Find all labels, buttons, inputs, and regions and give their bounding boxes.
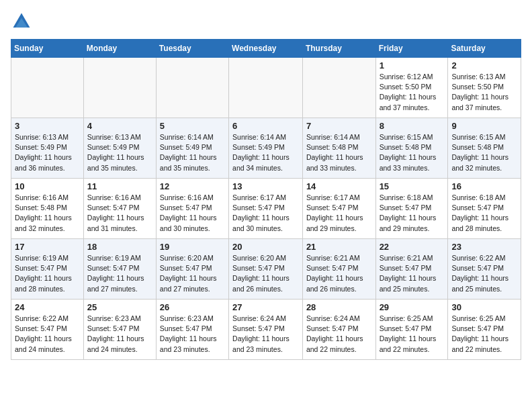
cell-info: Sunrise: 6:23 AMSunset: 5:47 PMDaylight:… — [87, 314, 152, 355]
cell-day-number: 17 — [15, 242, 80, 252]
weekday-header-wednesday: Wednesday — [229, 40, 303, 58]
cell-day-number: 25 — [87, 302, 152, 312]
weekday-header-monday: Monday — [83, 40, 156, 58]
cell-info: Sunrise: 6:18 AMSunset: 5:47 PMDaylight:… — [380, 193, 445, 234]
cell-day-number: 5 — [160, 121, 225, 131]
cell-day-number: 30 — [451, 302, 517, 312]
weekday-header-friday: Friday — [375, 40, 448, 58]
calendar-week-row: 24Sunrise: 6:22 AMSunset: 5:47 PMDayligh… — [11, 300, 521, 360]
cell-info: Sunrise: 6:14 AMSunset: 5:48 PMDaylight:… — [306, 132, 372, 173]
cell-info: Sunrise: 6:14 AMSunset: 5:49 PMDaylight:… — [232, 132, 299, 173]
calendar-cell: 22Sunrise: 6:21 AMSunset: 5:47 PMDayligh… — [375, 239, 448, 300]
cell-day-number: 13 — [232, 181, 299, 191]
cell-day-number: 4 — [87, 121, 152, 131]
calendar-cell: 19Sunrise: 6:20 AMSunset: 5:47 PMDayligh… — [156, 239, 228, 300]
cell-day-number: 7 — [306, 121, 372, 131]
cell-info: Sunrise: 6:21 AMSunset: 5:47 PMDaylight:… — [306, 253, 372, 294]
calendar-cell: 12Sunrise: 6:16 AMSunset: 5:47 PMDayligh… — [156, 179, 228, 239]
page: SundayMondayTuesdayWednesdayThursdayFrid… — [0, 0, 532, 367]
weekday-header-thursday: Thursday — [302, 40, 375, 58]
calendar-cell: 23Sunrise: 6:22 AMSunset: 5:47 PMDayligh… — [448, 239, 521, 300]
cell-day-number: 10 — [15, 181, 80, 191]
cell-info: Sunrise: 6:22 AMSunset: 5:47 PMDaylight:… — [15, 314, 80, 355]
calendar-cell: 2Sunrise: 6:13 AMSunset: 5:50 PMDaylight… — [448, 58, 521, 118]
cell-day-number: 18 — [87, 242, 152, 252]
calendar-week-row: 1Sunrise: 6:12 AMSunset: 5:50 PMDaylight… — [11, 58, 521, 118]
cell-info: Sunrise: 6:17 AMSunset: 5:47 PMDaylight:… — [232, 193, 299, 234]
cell-day-number: 11 — [87, 181, 152, 191]
cell-day-number: 26 — [160, 302, 225, 312]
weekday-header-saturday: Saturday — [448, 40, 521, 58]
cell-day-number: 24 — [15, 302, 80, 312]
cell-info: Sunrise: 6:20 AMSunset: 5:47 PMDaylight:… — [232, 253, 299, 294]
cell-info: Sunrise: 6:24 AMSunset: 5:47 PMDaylight:… — [306, 314, 372, 355]
calendar-cell: 10Sunrise: 6:16 AMSunset: 5:48 PMDayligh… — [11, 179, 84, 239]
calendar-week-row: 10Sunrise: 6:16 AMSunset: 5:48 PMDayligh… — [11, 179, 521, 239]
calendar-cell: 26Sunrise: 6:23 AMSunset: 5:47 PMDayligh… — [156, 300, 228, 360]
calendar-cell: 13Sunrise: 6:17 AMSunset: 5:47 PMDayligh… — [229, 179, 303, 239]
cell-info: Sunrise: 6:13 AMSunset: 5:50 PMDaylight:… — [451, 72, 517, 113]
cell-day-number: 23 — [451, 242, 517, 252]
cell-day-number: 19 — [160, 242, 225, 252]
weekday-header-sunday: Sunday — [11, 40, 84, 58]
cell-info: Sunrise: 6:16 AMSunset: 5:47 PMDaylight:… — [160, 193, 225, 234]
calendar-cell: 14Sunrise: 6:17 AMSunset: 5:47 PMDayligh… — [302, 179, 375, 239]
cell-info: Sunrise: 6:23 AMSunset: 5:47 PMDaylight:… — [160, 314, 225, 355]
cell-day-number: 20 — [232, 242, 299, 252]
cell-info: Sunrise: 6:19 AMSunset: 5:47 PMDaylight:… — [15, 253, 80, 294]
calendar-cell — [11, 58, 84, 118]
calendar-cell: 7Sunrise: 6:14 AMSunset: 5:48 PMDaylight… — [302, 118, 375, 179]
weekday-header-tuesday: Tuesday — [156, 40, 228, 58]
calendar-cell: 28Sunrise: 6:24 AMSunset: 5:47 PMDayligh… — [302, 300, 375, 360]
header — [11, 11, 521, 32]
cell-info: Sunrise: 6:15 AMSunset: 5:48 PMDaylight:… — [380, 132, 445, 173]
calendar-cell: 1Sunrise: 6:12 AMSunset: 5:50 PMDaylight… — [375, 58, 448, 118]
cell-info: Sunrise: 6:16 AMSunset: 5:48 PMDaylight:… — [15, 193, 80, 234]
cell-day-number: 27 — [232, 302, 299, 312]
calendar-cell: 25Sunrise: 6:23 AMSunset: 5:47 PMDayligh… — [83, 300, 156, 360]
calendar-cell: 4Sunrise: 6:13 AMSunset: 5:49 PMDaylight… — [83, 118, 156, 179]
calendar-cell — [83, 58, 156, 118]
calendar-cell: 24Sunrise: 6:22 AMSunset: 5:47 PMDayligh… — [11, 300, 84, 360]
calendar-cell — [302, 58, 375, 118]
cell-info: Sunrise: 6:22 AMSunset: 5:47 PMDaylight:… — [451, 253, 517, 294]
cell-info: Sunrise: 6:25 AMSunset: 5:47 PMDaylight:… — [380, 314, 445, 355]
cell-info: Sunrise: 6:15 AMSunset: 5:48 PMDaylight:… — [451, 132, 517, 173]
calendar-cell: 8Sunrise: 6:15 AMSunset: 5:48 PMDaylight… — [375, 118, 448, 179]
calendar-cell: 3Sunrise: 6:13 AMSunset: 5:49 PMDaylight… — [11, 118, 84, 179]
logo — [11, 11, 35, 32]
calendar-cell — [156, 58, 228, 118]
cell-info: Sunrise: 6:14 AMSunset: 5:49 PMDaylight:… — [160, 132, 225, 173]
calendar-week-row: 17Sunrise: 6:19 AMSunset: 5:47 PMDayligh… — [11, 239, 521, 300]
cell-day-number: 22 — [380, 242, 445, 252]
calendar-cell — [229, 58, 303, 118]
cell-day-number: 15 — [380, 181, 445, 191]
cell-info: Sunrise: 6:13 AMSunset: 5:49 PMDaylight:… — [15, 132, 80, 173]
cell-info: Sunrise: 6:25 AMSunset: 5:47 PMDaylight:… — [451, 314, 517, 355]
calendar-cell: 27Sunrise: 6:24 AMSunset: 5:47 PMDayligh… — [229, 300, 303, 360]
calendar-cell: 18Sunrise: 6:19 AMSunset: 5:47 PMDayligh… — [83, 239, 156, 300]
cell-info: Sunrise: 6:21 AMSunset: 5:47 PMDaylight:… — [380, 253, 445, 294]
calendar-cell: 6Sunrise: 6:14 AMSunset: 5:49 PMDaylight… — [229, 118, 303, 179]
cell-day-number: 2 — [451, 60, 517, 71]
cell-day-number: 3 — [15, 121, 80, 131]
cell-info: Sunrise: 6:13 AMSunset: 5:49 PMDaylight:… — [87, 132, 152, 173]
cell-day-number: 12 — [160, 181, 225, 191]
calendar-week-row: 3Sunrise: 6:13 AMSunset: 5:49 PMDaylight… — [11, 118, 521, 179]
weekday-header-row: SundayMondayTuesdayWednesdayThursdayFrid… — [11, 40, 521, 58]
cell-info: Sunrise: 6:19 AMSunset: 5:47 PMDaylight:… — [87, 253, 152, 294]
cell-info: Sunrise: 6:24 AMSunset: 5:47 PMDaylight:… — [232, 314, 299, 355]
cell-day-number: 21 — [306, 242, 372, 252]
cell-day-number: 29 — [380, 302, 445, 312]
cell-day-number: 9 — [451, 121, 517, 131]
cell-day-number: 8 — [380, 121, 445, 131]
cell-info: Sunrise: 6:20 AMSunset: 5:47 PMDaylight:… — [160, 253, 225, 294]
cell-info: Sunrise: 6:16 AMSunset: 5:47 PMDaylight:… — [87, 193, 152, 234]
calendar-cell: 21Sunrise: 6:21 AMSunset: 5:47 PMDayligh… — [302, 239, 375, 300]
calendar-table: SundayMondayTuesdayWednesdayThursdayFrid… — [11, 39, 521, 360]
calendar-cell: 30Sunrise: 6:25 AMSunset: 5:47 PMDayligh… — [448, 300, 521, 360]
cell-day-number: 6 — [232, 121, 299, 131]
calendar-cell: 17Sunrise: 6:19 AMSunset: 5:47 PMDayligh… — [11, 239, 84, 300]
cell-day-number: 1 — [380, 60, 445, 71]
cell-day-number: 14 — [306, 181, 372, 191]
